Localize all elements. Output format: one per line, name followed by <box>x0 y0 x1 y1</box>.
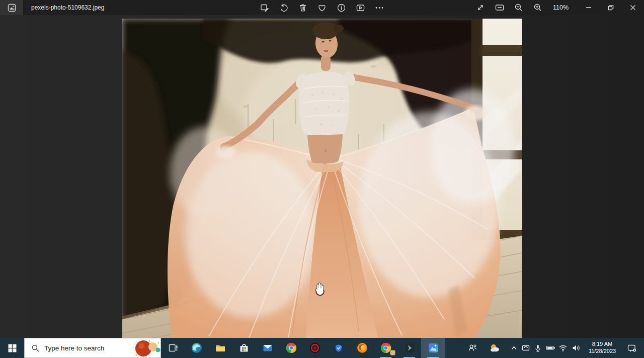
taskbar-chrome[interactable] <box>279 338 303 358</box>
system-tray: 8:19 AM 11/28/2023 <box>463 338 644 358</box>
chrome-icon <box>285 342 297 354</box>
see-more-button[interactable] <box>373 2 385 14</box>
minimize-icon <box>586 5 592 11</box>
photo-toolbar <box>259 0 385 15</box>
taskbar-security-shield[interactable] <box>327 338 350 358</box>
ballerina-photo-art <box>122 19 522 338</box>
zoom-out-icon <box>514 3 523 12</box>
microphone-button[interactable] <box>532 338 544 358</box>
view-controls: 110% <box>474 0 569 15</box>
delete-icon <box>298 3 307 12</box>
windows-taskbar: Type here to search <box>0 338 644 358</box>
taskbar-file-explorer[interactable] <box>208 338 232 358</box>
photo-ballerina[interactable] <box>122 19 522 338</box>
search-highlight-orb <box>130 338 161 358</box>
zoom-in-icon <box>533 3 542 12</box>
taskbar-chrome-secondary[interactable] <box>374 338 397 358</box>
microsoft-store-icon <box>238 342 250 354</box>
taskbar-search-input[interactable]: Type here to search <box>24 338 161 358</box>
fullscreen-icon <box>476 3 485 12</box>
windows-logo-icon <box>8 344 17 352</box>
volume-button[interactable] <box>569 338 583 358</box>
minimize-button[interactable] <box>578 0 600 15</box>
photos-titlebar: pexels-photo-5109632.jpeg <box>0 0 644 15</box>
video-editor-icon <box>404 342 416 354</box>
taskbar-edge[interactable] <box>185 338 208 358</box>
search-icon <box>32 344 39 352</box>
screen: pexels-photo-5109632.jpeg <box>0 0 644 358</box>
edit-create-icon <box>260 3 270 13</box>
hidden-icons-chevron-icon <box>510 344 518 351</box>
slideshow-icon <box>356 3 365 13</box>
tray-time: 8:19 AM <box>589 341 616 348</box>
microphone-icon <box>534 344 542 352</box>
cast-icon <box>521 344 530 352</box>
volume-icon <box>572 344 581 352</box>
action-center-button[interactable] <box>622 338 642 358</box>
taskbar-mail[interactable] <box>256 338 279 358</box>
photos-app-icon <box>8 4 16 12</box>
taskbar-photos-active[interactable] <box>421 338 445 358</box>
start-button[interactable] <box>0 338 24 358</box>
rotate-button[interactable] <box>278 2 290 14</box>
clock[interactable]: 8:19 AM 11/28/2023 <box>583 338 622 358</box>
see-more-icon <box>374 3 384 13</box>
task-view-icon <box>168 342 179 353</box>
favorite-button[interactable] <box>316 2 328 14</box>
edit-create-button[interactable] <box>259 2 271 14</box>
photo-canvas <box>0 15 644 338</box>
photos-taskbar-icon <box>427 342 439 354</box>
taskbar-video-editor[interactable] <box>397 338 421 358</box>
close-button[interactable] <box>622 0 644 15</box>
taskbar-red-utility[interactable] <box>303 338 327 358</box>
battery-icon <box>546 344 555 351</box>
window-controls <box>578 0 644 15</box>
wifi-button[interactable] <box>557 338 569 358</box>
file-info-button[interactable] <box>335 2 347 14</box>
action-center-icon <box>627 343 637 353</box>
people-button[interactable] <box>463 338 481 358</box>
close-icon <box>630 5 636 11</box>
file-explorer-icon <box>214 342 226 354</box>
cast-button[interactable] <box>520 338 532 358</box>
tray-date: 11/28/2023 <box>589 348 616 355</box>
wifi-icon <box>558 344 568 352</box>
open-file-name: pexels-photo-5109632.jpeg <box>31 4 104 11</box>
delete-button[interactable] <box>297 2 309 14</box>
mail-icon <box>262 342 274 354</box>
rotate-icon <box>279 3 289 13</box>
battery-button[interactable] <box>544 338 557 358</box>
fit-to-window-icon <box>495 3 505 12</box>
search-placeholder: Type here to search <box>44 344 104 352</box>
restore-button[interactable] <box>600 0 622 15</box>
fit-to-window-button[interactable] <box>494 2 506 14</box>
taskbar-task-view[interactable] <box>161 338 185 358</box>
file-info-icon <box>337 3 346 13</box>
weather-icon <box>489 343 500 353</box>
firefox-icon <box>356 342 368 354</box>
people-icon <box>468 343 477 352</box>
fullscreen-button[interactable] <box>474 2 487 14</box>
weather-button[interactable] <box>481 338 508 358</box>
zoom-in-button[interactable] <box>532 2 544 14</box>
red-utility-icon <box>309 342 321 354</box>
security-shield-icon <box>333 342 345 354</box>
zoom-level-value: 110% <box>553 4 569 11</box>
taskbar-microsoft-store[interactable] <box>232 338 256 358</box>
show-hidden-icons-button[interactable] <box>508 338 520 358</box>
profile-badge <box>390 350 395 355</box>
restore-icon <box>608 5 614 11</box>
see-all-photos-button[interactable] <box>0 0 23 15</box>
taskbar-firefox[interactable] <box>350 338 374 358</box>
zoom-out-button[interactable] <box>513 2 525 14</box>
edge-icon <box>191 342 203 354</box>
slideshow-button[interactable] <box>354 2 366 14</box>
favorite-icon <box>317 3 327 13</box>
